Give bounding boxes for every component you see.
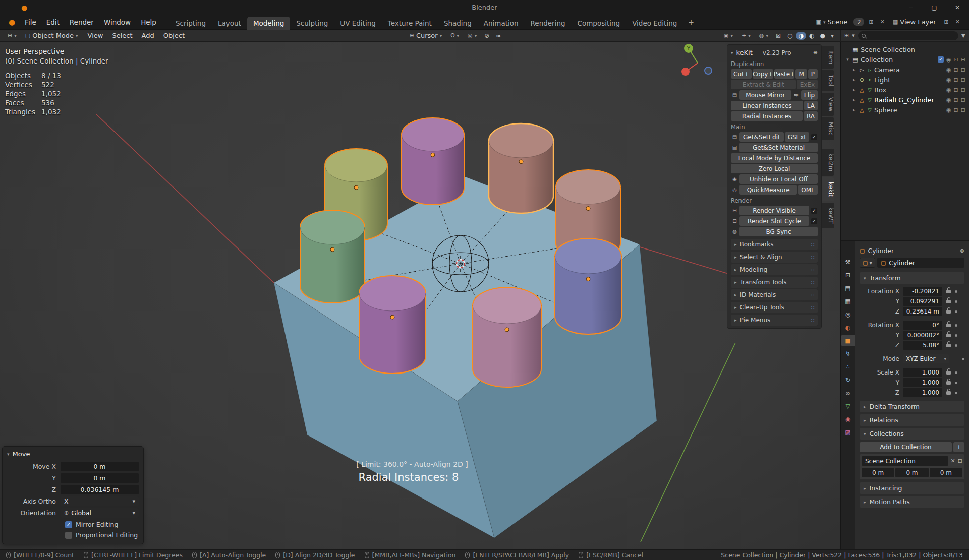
close-button[interactable]: ✕ [946,0,969,15]
texture-tab-icon[interactable]: ▨ [841,426,855,438]
offset-field[interactable]: 0 m [895,468,928,477]
world-tab-icon[interactable]: ◐ [841,322,855,333]
decorator-dot[interactable] [962,358,964,360]
scene-selector[interactable]: ▣ ▾ Scene [813,17,851,27]
lock-icon[interactable] [946,371,951,375]
chevron-right-icon[interactable]: ▸ [851,107,858,112]
chevron-down-icon[interactable]: ▾ [731,50,733,55]
delete-scene-button[interactable]: ✕ [878,18,887,26]
field-y[interactable]: 0.092291 [903,297,942,306]
physics-tab-icon[interactable]: ↻ [841,374,855,386]
collection-name-field[interactable]: Scene Collection [862,456,948,466]
get-set-edit-button[interactable]: Get&SetEdit [739,132,784,142]
unhide-or-local-off-button[interactable]: Unhide or Local Off [739,174,818,184]
collection-checkbox[interactable]: ✓ [938,56,944,63]
copy-plus-button[interactable]: Copy+ [753,69,773,79]
sidebar-tab-misc[interactable]: Misc [822,117,834,140]
checkbox-checked[interactable]: ✓ [810,206,818,215]
render-slot-cycle-button[interactable]: Render Slot Cycle [739,216,809,226]
remove-from-collection-icon[interactable]: ✕ [951,458,955,464]
object-name-field[interactable]: ▢ Cylinder [877,258,964,268]
monitor-toggle-icon[interactable]: ⊡ [954,56,958,63]
cylinder-purple-back[interactable] [402,118,464,205]
menu-edit[interactable]: Edit [41,16,65,28]
render-cam-toggle-icon[interactable]: ⊟ [961,77,965,83]
pin-icon[interactable]: ⊚ [960,247,964,254]
kekit-section-bookmarks[interactable]: ▸Bookmarks∷ [731,239,818,250]
visibility-dropdown[interactable]: ◉ ▾ [720,31,736,40]
viewport-menu-view[interactable]: View [83,32,108,39]
checkbox-proportional-editing[interactable] [65,532,72,539]
chevron-right-icon[interactable]: ▸ [851,77,858,82]
add-workspace-button[interactable]: + [683,16,699,29]
field-z[interactable]: 5.08° [903,341,942,350]
mode-select[interactable]: XYZ Euler▾ [903,354,949,363]
section-transform[interactable]: ▾ Transform [860,272,964,284]
render-cam-toggle-icon[interactable]: ⊟ [961,87,965,93]
editor-type-button[interactable]: ⊞ ▾ [4,31,20,40]
overlays-dropdown[interactable]: ◍ ▾ [756,31,772,40]
workspace-tab-shading[interactable]: Shading [438,17,478,30]
decorator-dot[interactable] [955,310,957,313]
field-y[interactable]: 1.000 [903,378,942,387]
workspace-tab-rendering[interactable]: Rendering [525,17,572,30]
axis-ortho-select[interactable]: X ▾ [61,496,139,506]
workspace-tab-uv-editing[interactable]: UV Editing [334,17,381,30]
snap-extra-icon[interactable]: ⊘ [482,32,492,39]
viewport-menu-select[interactable]: Select [107,32,137,39]
field-move-x[interactable]: 0 m [61,462,139,471]
workspace-tab-layout[interactable]: Layout [212,17,247,30]
workspace-tab-compositing[interactable]: Compositing [572,17,626,30]
menu-window[interactable]: Window [99,16,136,28]
sidebar-tab-item[interactable]: Item [822,46,834,69]
view-layer-selector[interactable]: ▦ View Layer [889,17,940,27]
linear-instances-button[interactable]: Linear Instances [731,101,803,110]
radial-instances-button[interactable]: Radial Instances [731,111,803,121]
shading-material-button[interactable]: ◐ [807,32,817,40]
field-z[interactable]: 0.036145 m [61,485,139,494]
monitor-toggle-icon[interactable]: ⊡ [954,87,958,93]
cylinder-purple-front[interactable] [359,276,426,374]
object-mode-dropdown[interactable]: ▢ Object Mode ▾ [22,31,82,40]
gsext-button[interactable]: GSExt [785,132,809,142]
lock-icon[interactable] [946,334,951,337]
workspace-tab-animation[interactable]: Animation [478,17,525,30]
add-to-collection-button[interactable]: Add to Collection [860,442,952,452]
kekit-section-select-align[interactable]: ▸Select & Align∷ [731,252,818,263]
3d-viewport[interactable]: Y User Perspective (0) Scene Collection … [0,42,840,549]
scene-user-count[interactable]: 2 [853,18,864,26]
field-y[interactable]: 0.000002° [903,331,942,340]
output-tab-icon[interactable]: ▤ [841,282,855,294]
new-collection-button[interactable]: + [953,442,964,452]
eye-toggle-icon[interactable]: ◉ [946,56,951,63]
shading-solid-button[interactable]: ◑ [796,32,806,40]
sidebar-tab-kekit[interactable]: kekit [822,177,834,201]
section-delta-transform[interactable]: ▸Delta Transform [860,401,964,412]
kekit-section-id-materials[interactable]: ▸ID Materials∷ [731,289,818,300]
offset-field[interactable]: 0 m [862,468,894,477]
gizmo-dropdown[interactable]: + ▾ [738,31,754,40]
zero-local-button[interactable]: Zero Local [731,164,818,173]
lock-icon[interactable] [946,391,951,395]
data-tab-icon[interactable]: ▽ [841,400,855,412]
workspace-tab-modeling[interactable]: Modeling [247,17,290,30]
extract-and-edit-button[interactable]: Extract & Edit [731,80,796,89]
xray-toggle[interactable]: ⊠ [773,32,783,39]
outliner-row-scene-collection[interactable]: ▦Scene Collection [842,44,968,54]
kekit-section-transform-tools[interactable]: ▸Transform Tools∷ [731,277,818,288]
mirror-button[interactable]: M [795,69,807,79]
exex-button[interactable]: ExEx [797,80,818,89]
outliner-row-light[interactable]: ▸⊙•Light◉⊡⊟ [842,75,968,85]
monitor-toggle-icon[interactable]: ⊡ [954,97,958,103]
menu-file[interactable]: File [20,16,41,28]
shading-options-icon[interactable]: ▾ [828,32,836,39]
chevron-down-icon[interactable]: ▾ [844,57,851,62]
outliner-row-collection[interactable]: ▾▤Collection✓◉⊡⊟ [842,54,968,65]
checkbox-mirror-editing[interactable]: ✓ [65,521,72,528]
lock-icon[interactable] [946,300,951,303]
lock-icon[interactable] [946,324,951,327]
render-cam-toggle-icon[interactable]: ⊟ [961,67,965,73]
decorator-dot[interactable] [955,324,957,327]
breadcrumb-object-name[interactable]: Cylinder [868,247,894,255]
shading-wireframe-button[interactable]: ○ [785,32,795,40]
